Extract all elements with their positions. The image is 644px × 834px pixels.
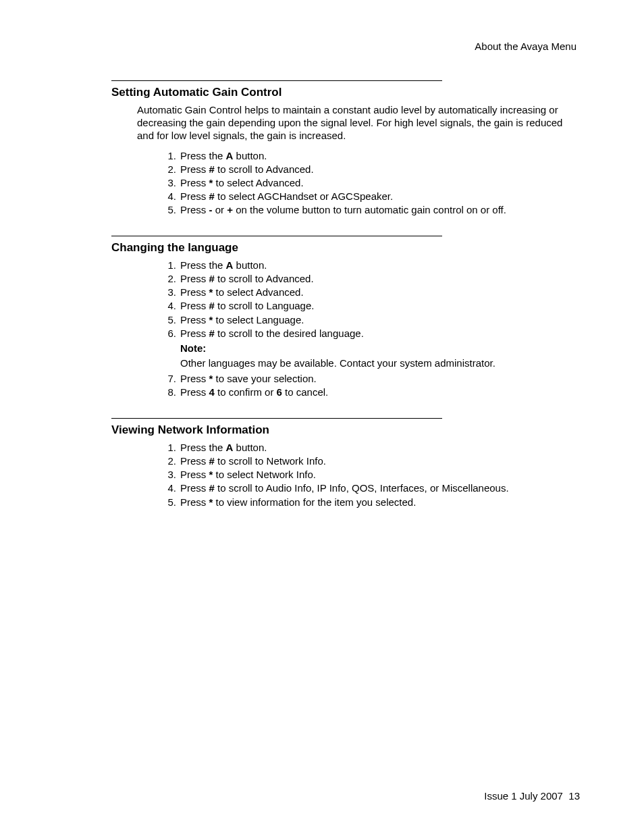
section-heading: Changing the language bbox=[111, 240, 580, 255]
step-number: 3. bbox=[165, 468, 180, 481]
step-text: Press the A button. bbox=[180, 259, 580, 271]
section-heading: Setting Automatic Gain Control bbox=[111, 85, 580, 99]
step-item: 3.Press * to select Network Info. bbox=[165, 468, 580, 481]
steps-list: 1.Press the A button.2.Press # to scroll… bbox=[165, 441, 580, 509]
footer-issue: Issue 1 July 2007 bbox=[484, 790, 563, 802]
step-number: 5. bbox=[165, 496, 180, 509]
step-number: 6. bbox=[165, 327, 180, 372]
step-number: 2. bbox=[165, 163, 180, 176]
step-item: 1.Press the A button. bbox=[165, 259, 580, 271]
section-intro: Automatic Gain Control helps to maintain… bbox=[137, 103, 580, 142]
step-number: 4. bbox=[165, 299, 180, 312]
step-number: 3. bbox=[165, 176, 180, 189]
step-text: Press # to select AGCHandset or AGCSpeak… bbox=[180, 190, 580, 203]
section-rule bbox=[111, 236, 442, 236]
section-heading: Viewing Network Information bbox=[111, 423, 580, 437]
step-text: Press the A button. bbox=[180, 441, 580, 454]
step-text: Press * to select Network Info. bbox=[180, 468, 580, 481]
step-item: 4.Press # to select AGCHandset or AGCSpe… bbox=[165, 190, 580, 203]
sections-container: Setting Automatic Gain ControlAutomatic … bbox=[111, 80, 580, 509]
step-number: 4. bbox=[165, 190, 180, 203]
step-number: 2. bbox=[165, 454, 180, 467]
section: Changing the language1.Press the A butto… bbox=[111, 236, 580, 399]
step-number: 7. bbox=[165, 372, 180, 385]
step-text: Press - or + on the volume button to tur… bbox=[180, 203, 580, 216]
section: Viewing Network Information1.Press the A… bbox=[111, 418, 580, 509]
step-number: 2. bbox=[165, 272, 180, 285]
step-item: 6.Press # to scroll to the desired langu… bbox=[165, 327, 580, 372]
step-item: 8.Press 4 to confirm or 6 to cancel. bbox=[165, 386, 580, 398]
step-number: 1. bbox=[165, 149, 180, 162]
step-text: Press 4 to confirm or 6 to cancel. bbox=[180, 386, 580, 398]
step-text: Press * to select Advanced. bbox=[180, 286, 580, 298]
step-text: Press # to scroll to the desired languag… bbox=[180, 327, 580, 372]
note-body: Other languages may be available. Contac… bbox=[180, 357, 580, 369]
step-number: 8. bbox=[165, 386, 180, 398]
step-text: Press # to scroll to Language. bbox=[180, 299, 580, 312]
step-item: 2.Press # to scroll to Advanced. bbox=[165, 272, 580, 285]
step-number: 5. bbox=[165, 313, 180, 326]
step-item: 5.Press * to select Language. bbox=[165, 313, 580, 326]
step-item: 7.Press * to save your selection. bbox=[165, 372, 580, 385]
step-item: 1.Press the A button. bbox=[165, 441, 580, 454]
step-item: 5.Press - or + on the volume button to t… bbox=[165, 203, 580, 216]
step-number: 5. bbox=[165, 203, 180, 216]
step-item: 5.Press * to view information for the it… bbox=[165, 496, 580, 509]
step-number: 1. bbox=[165, 441, 180, 454]
step-item: 3.Press * to select Advanced. bbox=[165, 176, 580, 189]
note-label: Note: bbox=[180, 342, 580, 355]
section-rule bbox=[111, 80, 442, 81]
step-text: Press * to select Language. bbox=[180, 313, 580, 326]
footer-page-number: 13 bbox=[568, 790, 580, 802]
step-text: Press # to scroll to Advanced. bbox=[180, 272, 580, 285]
section: Setting Automatic Gain ControlAutomatic … bbox=[111, 80, 580, 217]
section-rule bbox=[111, 418, 442, 419]
step-text: Press # to scroll to Audio Info, IP Info… bbox=[180, 481, 580, 494]
steps-list: 1.Press the A button.2.Press # to scroll… bbox=[165, 259, 580, 399]
step-item: 4.Press # to scroll to Audio Info, IP In… bbox=[165, 481, 580, 494]
step-number: 3. bbox=[165, 286, 180, 298]
step-text: Press * to view information for the item… bbox=[180, 496, 580, 509]
page-header: About the Avaya Menu bbox=[111, 41, 580, 53]
page-footer: Issue 1 July 2007 13 bbox=[484, 790, 580, 803]
step-item: 3.Press * to select Advanced. bbox=[165, 286, 580, 298]
step-text: Press * to select Advanced. bbox=[180, 176, 580, 189]
step-item: 1.Press the A button. bbox=[165, 149, 580, 162]
step-item: 4.Press # to scroll to Language. bbox=[165, 299, 580, 312]
step-text: Press # to scroll to Advanced. bbox=[180, 163, 580, 176]
steps-list: 1.Press the A button.2.Press # to scroll… bbox=[165, 149, 580, 217]
step-number: 1. bbox=[165, 259, 180, 271]
step-item: 2.Press # to scroll to Advanced. bbox=[165, 163, 580, 176]
step-text: Press the A button. bbox=[180, 149, 580, 162]
step-text: Press # to scroll to Network Info. bbox=[180, 454, 580, 467]
step-number: 4. bbox=[165, 481, 180, 494]
note-block: Note:Other languages may be available. C… bbox=[180, 342, 580, 369]
step-item: 2.Press # to scroll to Network Info. bbox=[165, 454, 580, 467]
page: About the Avaya Menu Setting Automatic G… bbox=[0, 0, 644, 834]
step-text: Press * to save your selection. bbox=[180, 372, 580, 385]
